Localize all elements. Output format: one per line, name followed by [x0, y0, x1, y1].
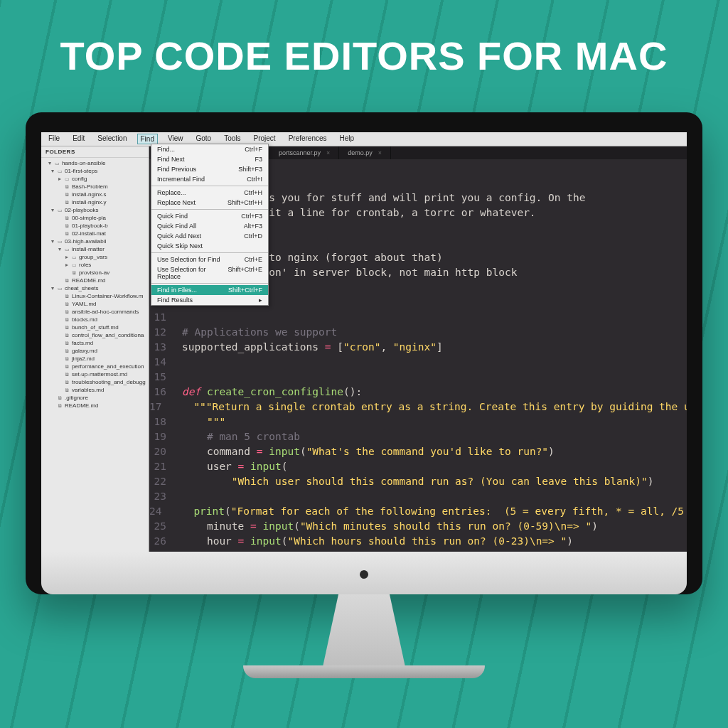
file-icon: 🗎 [65, 387, 70, 392]
close-icon[interactable]: × [326, 149, 330, 156]
code-line[interactable]: 22 "Which user should this command run a… [149, 474, 687, 489]
line-number: 12 [149, 325, 173, 340]
code-line[interactable]: 19 # man 5 crontab [149, 429, 687, 444]
line-number: 20 [149, 444, 173, 459]
tree-item[interactable]: 🗎set-up-mattermost.md [41, 370, 149, 378]
tree-item[interactable]: 🗎control_flow_and_conditiona [41, 331, 149, 339]
find-menu-dropdown[interactable]: Find...Ctrl+FFind NextF3Find PreviousShi… [151, 144, 269, 306]
menu-item[interactable]: Find in Files...Shift+Ctrl+F [151, 285, 268, 295]
menu-item[interactable]: Find...Ctrl+F [151, 144, 268, 154]
file-icon: 🗎 [65, 356, 70, 361]
line-number: 25 [149, 519, 173, 534]
tree-item[interactable]: 🗎blocks.md [41, 316, 149, 323]
line-number: 22 [149, 474, 173, 489]
tree-item[interactable]: ▾▭install-matter [41, 245, 149, 253]
line-number: 15 [149, 370, 173, 385]
code-line[interactable]: 13supported_applications = ["cron", "ngi… [149, 340, 687, 355]
menu-item[interactable]: Replace NextShift+Ctrl+H [151, 198, 268, 208]
tree-item[interactable]: 🗎troubleshooting_and_debugg [41, 378, 149, 386]
folder-tree[interactable]: ▾▭hands-on-ansible▾▭01-first-steps▸▭conf… [41, 158, 149, 411]
menu-project[interactable]: Project [251, 134, 279, 144]
tree-item[interactable]: ▾▭02-playbooks [41, 206, 149, 214]
code-line[interactable]: 21 user = input( [149, 459, 687, 474]
file-icon: 🗎 [65, 364, 70, 369]
tree-item[interactable]: 🗎facts.md [41, 339, 149, 347]
close-icon[interactable]: × [378, 149, 382, 156]
tree-item[interactable]: ▸▭config [41, 175, 149, 183]
code-line[interactable]: 14 [149, 355, 687, 370]
menu-preferences[interactable]: Preferences [286, 134, 330, 144]
tree-item[interactable]: ▾▭01-first-steps [41, 167, 149, 175]
tree-item[interactable]: ▸▭group_vars [41, 253, 149, 261]
file-icon: 🗎 [65, 317, 70, 322]
tree-item[interactable]: 🗎README.md [41, 402, 149, 410]
menu-file[interactable]: File [46, 134, 63, 144]
file-icon: 🗎 [65, 231, 70, 236]
menu-find[interactable]: Find [137, 134, 158, 144]
line-number: 23 [149, 489, 173, 504]
code-line[interactable]: 12# Applications we support [149, 325, 687, 340]
code-line[interactable]: 18 """ [149, 414, 687, 429]
tree-item[interactable]: ▾▭03-high-availabil [41, 237, 149, 245]
menu-edit[interactable]: Edit [70, 134, 87, 144]
menu-item[interactable]: Find Results▸ [151, 295, 268, 305]
menu-item[interactable]: Use Selection for FindCtrl+E [151, 255, 268, 264]
code-line[interactable]: 16def create_cron_configline(): [149, 385, 687, 400]
sidebar-header: FOLDERS [41, 146, 149, 158]
menu-tools[interactable]: Tools [221, 134, 243, 144]
file-icon: 🗎 [65, 380, 70, 385]
tree-item[interactable]: 🗎README.md [41, 277, 149, 284]
menu-goto[interactable]: Goto [193, 134, 214, 144]
menu-item[interactable]: Find NextF3 [151, 154, 268, 164]
code-line[interactable]: 20 command = input("What's the command y… [149, 444, 687, 459]
line-number: 16 [149, 385, 173, 400]
code-line[interactable]: 24 print("Format for each of the followi… [149, 504, 687, 519]
file-icon: 🗎 [65, 372, 70, 377]
menu-item[interactable]: Quick Skip Next [151, 241, 268, 251]
tree-item[interactable]: 🗎provision-av [41, 269, 149, 277]
code-line[interactable]: 25 minute = input("Which minutes should … [149, 519, 687, 534]
tree-item[interactable]: ▸▭roles [41, 261, 149, 269]
menu-item[interactable]: Quick Add NextCtrl+D [151, 231, 268, 241]
tree-item[interactable]: 🗎performance_and_execution [41, 363, 149, 370]
code-line[interactable]: 23 [149, 489, 687, 504]
menu-help[interactable]: Help [337, 134, 358, 144]
line-number: 14 [149, 355, 173, 370]
line-number: 17 [149, 400, 168, 414]
menu-item[interactable]: Quick Find AllAlt+F3 [151, 221, 268, 231]
tab[interactable]: demo.py× [339, 146, 391, 159]
tree-item[interactable]: 🗎.gitignore [41, 394, 149, 402]
tree-item[interactable]: 🗎YAML.md [41, 300, 149, 308]
code-line[interactable]: 26 hour = input("Which hours should this… [149, 534, 687, 549]
code-line[interactable]: 11 [149, 310, 687, 325]
code-line[interactable]: 17 """Return a single crontab entry as a… [149, 400, 687, 414]
code-line[interactable]: 15 [149, 370, 687, 385]
tree-item[interactable]: ▾▭hands-on-ansible [41, 159, 149, 167]
monitor-stand [300, 594, 428, 665]
tree-item[interactable]: 🗎01-playbook-b [41, 222, 149, 230]
tree-item[interactable]: 🗎bunch_of_stuff.md [41, 323, 149, 331]
menu-item[interactable]: Use Selection for ReplaceShift+Ctrl+E [151, 264, 268, 282]
tree-item[interactable]: 🗎variables.md [41, 386, 149, 394]
menu-selection[interactable]: Selection [95, 134, 129, 144]
tree-item[interactable]: 🗎galaxy.md [41, 347, 149, 355]
tree-item[interactable]: 🗎ansible-ad-hoc-commands [41, 308, 149, 316]
menu-bar[interactable]: FileEditSelectionFindViewGotoToolsProjec… [41, 132, 687, 146]
menu-item[interactable]: Incremental FindCtrl+I [151, 174, 268, 184]
tree-item[interactable]: 🗎Linux-Container-Workflow.m [41, 292, 149, 300]
menu-item[interactable]: Replace...Ctrl+H [151, 188, 268, 198]
tree-item[interactable]: 🗎install-nginx.y [41, 198, 149, 206]
folder-icon: ▭ [58, 208, 63, 213]
tree-item[interactable]: 🗎jinja2.md [41, 355, 149, 363]
menu-item[interactable]: Quick FindCtrl+F3 [151, 211, 268, 221]
file-icon: 🗎 [65, 348, 70, 353]
sidebar[interactable]: FOLDERS ▾▭hands-on-ansible▾▭01-first-ste… [41, 146, 149, 552]
menu-view[interactable]: View [165, 134, 186, 144]
menu-item[interactable]: Find PreviousShift+F3 [151, 164, 268, 174]
tab[interactable]: portscanner.py× [270, 146, 339, 159]
tree-item[interactable]: 🗎Bash-Problem [41, 183, 149, 191]
tree-item[interactable]: 🗎02-install-mat [41, 230, 149, 237]
tree-item[interactable]: 🗎00-simple-pla [41, 214, 149, 222]
tree-item[interactable]: ▾▭cheat_sheets [41, 284, 149, 292]
tree-item[interactable]: 🗎install-nginx.s [41, 191, 149, 198]
